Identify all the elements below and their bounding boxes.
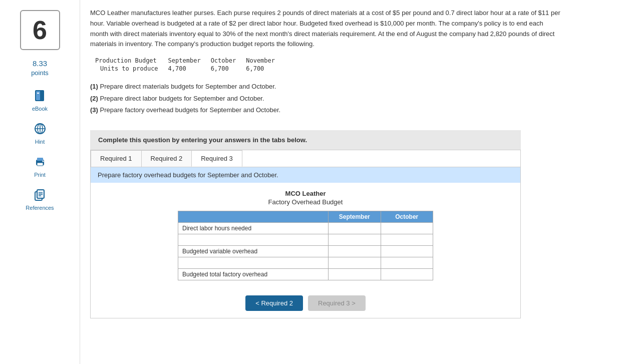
print-label: Print: [34, 172, 46, 178]
tab-required1-label: Required 1: [100, 155, 132, 162]
tab-required1[interactable]: Required 1: [91, 150, 142, 167]
cell-fix-oct[interactable]: [381, 257, 433, 269]
cell-bud-total-sep[interactable]: [329, 269, 381, 280]
svg-rect-2: [37, 93, 39, 94]
tab-required2-label: Required 2: [151, 155, 183, 162]
next-button: Required 3 >: [308, 295, 366, 311]
row-bud-var-label: Budgeted variable overhead: [178, 246, 329, 257]
complete-text: Complete this question by entering your …: [98, 136, 307, 144]
input-dlh-sep[interactable]: [333, 225, 377, 232]
ebook-tool[interactable]: eBook: [32, 88, 48, 112]
row-var-rate-label: [178, 234, 329, 246]
tab-instruction-text: Prepare factory overhead budgets for Sep…: [98, 171, 278, 179]
input-dlh-oct[interactable]: [385, 225, 429, 232]
svg-rect-1: [36, 91, 40, 100]
prod-col-nov: November: [241, 57, 280, 65]
cell-bud-var-sep[interactable]: [329, 246, 381, 257]
cell-fix-sep[interactable]: [329, 257, 381, 269]
instructions-block: (1) Prepare direct materials budgets for…: [90, 81, 617, 116]
hint-label: Hint: [35, 139, 45, 145]
ebook-label: eBook: [32, 106, 48, 112]
references-tool[interactable]: References: [26, 187, 54, 211]
input-bud-var-oct[interactable]: [385, 248, 429, 255]
tab3-content: Prepare factory overhead budgets for Sep…: [91, 167, 520, 318]
cell-bud-total-oct[interactable]: [381, 269, 433, 280]
row-bud-var: Budgeted variable overhead: [178, 246, 433, 257]
instr1-text: Prepare direct materials budgets for Sep…: [100, 83, 276, 90]
prod-row-label: Units to produce: [90, 65, 163, 73]
cell-dlh-oct[interactable]: [381, 223, 433, 234]
svg-rect-8: [37, 158, 43, 161]
next-button-label: Required 3 >: [318, 299, 356, 307]
factory-overhead-budget-table: September October Direct labor hours nee…: [178, 211, 433, 280]
prod-val-nov: 6,700: [241, 65, 280, 73]
cell-dlh-sep[interactable]: [329, 223, 381, 234]
bottom-nav: < Required 2 Required 3 >: [91, 288, 520, 318]
prod-col-sep: September: [163, 57, 206, 65]
col-header-september: September: [329, 211, 381, 223]
tabs-row: Required 1 Required 2 Required 3: [91, 150, 520, 167]
globe-icon: [32, 121, 48, 137]
input-fix-sep[interactable]: [333, 259, 377, 266]
cell-var-rate-sep[interactable]: [329, 234, 381, 246]
instr2-text: Prepare direct labor budgets for Septemb…: [100, 95, 264, 102]
input-var-rate-oct[interactable]: [385, 236, 429, 243]
input-var-rate-sep[interactable]: [333, 236, 377, 243]
instr3-num: (3): [90, 106, 98, 114]
cell-bud-var-oct[interactable]: [381, 246, 433, 257]
tabs-container: Required 1 Required 2 Required 3 Prepare…: [90, 150, 521, 318]
tab-required2[interactable]: Required 2: [141, 150, 192, 167]
copy-icon: [32, 187, 48, 203]
problem-number-badge: 6: [20, 10, 60, 50]
tab-required3[interactable]: Required 3: [191, 150, 242, 167]
input-bud-var-sep[interactable]: [333, 248, 377, 255]
book-icon: [32, 88, 48, 104]
prod-val-sep: 4,700: [163, 65, 206, 73]
row-var-rate: [178, 234, 433, 246]
row-fix: [178, 257, 433, 269]
col-header-october: October: [381, 211, 433, 223]
hint-tool[interactable]: Hint: [32, 121, 48, 145]
print-icon: [32, 154, 48, 170]
col-header-empty: [178, 211, 329, 223]
tab-instruction-bar: Prepare factory overhead budgets for Sep…: [91, 167, 520, 183]
prod-col-oct: October: [206, 57, 241, 65]
instr1-num: (1): [90, 83, 98, 90]
row-fix-label: [178, 257, 329, 269]
instr3-text: Prepare factory overhead budgets for Sep…: [100, 106, 281, 114]
print-tool[interactable]: Print: [32, 154, 48, 178]
prev-button[interactable]: < Required 2: [245, 295, 303, 311]
instr2-num: (2): [90, 95, 98, 102]
input-bud-total-oct[interactable]: [385, 271, 429, 278]
prev-button-label: < Required 2: [255, 299, 293, 307]
row-bud-total-label: Budgeted total factory overhead: [178, 269, 329, 280]
problem-text: MCO Leather manufactures leather purses.…: [90, 8, 561, 50]
prod-val-oct: 6,700: [206, 65, 241, 73]
references-label: References: [26, 205, 54, 211]
svg-rect-9: [37, 163, 43, 166]
tab-required3-label: Required 3: [201, 155, 233, 162]
svg-point-10: [42, 161, 44, 162]
cell-var-rate-oct[interactable]: [381, 234, 433, 246]
input-fix-oct[interactable]: [385, 259, 429, 266]
prod-budget-label: Production Budget: [90, 57, 163, 65]
production-budget-table: Production Budget September October Nove…: [90, 57, 280, 73]
budget-title: MCO Leather: [99, 190, 512, 197]
row-dlh-label: Direct labor hours needed: [178, 223, 329, 234]
row-dlh: Direct labor hours needed: [178, 223, 433, 234]
complete-instruction-box: Complete this question by entering your …: [90, 130, 521, 150]
budget-table-wrapper: MCO Leather Factory Overhead Budget Sept…: [91, 183, 520, 288]
row-bud-total: Budgeted total factory overhead: [178, 269, 433, 280]
budget-subtitle: Factory Overhead Budget: [99, 198, 512, 206]
points-display: 8.33 points: [0, 58, 80, 78]
input-bud-total-sep[interactable]: [333, 271, 377, 278]
